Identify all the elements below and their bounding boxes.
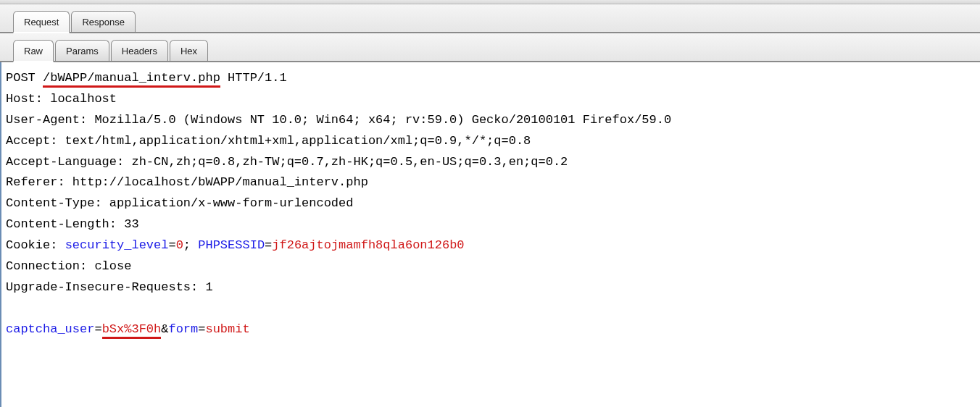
subtab-headers[interactable]: Headers bbox=[111, 40, 168, 61]
request-path: /bWAPP/manual_interv.php bbox=[43, 71, 220, 88]
header-cookie: Cookie: security_level=0; PHPSESSID=jf26… bbox=[6, 235, 976, 256]
body-val-captcha-user: bSx%3F0h bbox=[102, 322, 162, 339]
body-eq: = bbox=[94, 322, 101, 336]
header-user-agent: User-Agent: Mozilla/5.0 (Windows NT 10.0… bbox=[6, 110, 976, 131]
header-accept: Accept: text/html,application/xhtml+xml,… bbox=[6, 131, 976, 152]
sub-tab-bar: Raw Params Headers Hex bbox=[0, 33, 980, 62]
cookie-sep: ; bbox=[183, 238, 198, 252]
tab-request[interactable]: Request bbox=[13, 11, 70, 33]
subtab-hex[interactable]: Hex bbox=[170, 40, 208, 61]
header-upgrade-insecure: Upgrade-Insecure-Requests: 1 bbox=[6, 277, 976, 298]
header-referer: Referer: http://localhost/bWAPP/manual_i… bbox=[6, 172, 976, 193]
cookie-key-phpsessid: PHPSESSID bbox=[198, 238, 265, 252]
cookie-eq: = bbox=[168, 238, 175, 252]
http-version: HTTP/1.1 bbox=[220, 71, 287, 85]
subtab-raw[interactable]: Raw bbox=[13, 40, 54, 62]
header-content-length: Content-Length: 33 bbox=[6, 214, 976, 235]
header-connection: Connection: close bbox=[6, 256, 976, 277]
body-key-form: form bbox=[168, 322, 198, 336]
cookie-label: Cookie: bbox=[6, 238, 65, 252]
http-method: POST bbox=[6, 71, 43, 85]
request-body: captcha_user=bSx%3F0h&form=submit bbox=[6, 319, 976, 340]
tab-response[interactable]: Response bbox=[71, 11, 136, 32]
blank-line bbox=[6, 298, 976, 319]
body-key-captcha-user: captcha_user bbox=[6, 322, 94, 336]
body-amp: & bbox=[161, 322, 168, 336]
cookie-key-security-level: security_level bbox=[65, 238, 169, 252]
main-tab-bar: Request Response bbox=[0, 4, 980, 33]
raw-request-editor[interactable]: POST /bWAPP/manual_interv.php HTTP/1.1Ho… bbox=[0, 62, 980, 407]
header-accept-language: Accept-Language: zh-CN,zh;q=0.8,zh-TW;q=… bbox=[6, 152, 976, 173]
request-line: POST /bWAPP/manual_interv.php HTTP/1.1 bbox=[6, 68, 976, 89]
header-host: Host: localhost bbox=[6, 89, 976, 110]
cookie-val-phpsessid: jf26ajtojmamfh8qla6on126b0 bbox=[272, 238, 464, 252]
cookie-val-security-level: 0 bbox=[176, 238, 183, 252]
body-eq: = bbox=[198, 322, 205, 336]
subtab-params[interactable]: Params bbox=[55, 40, 109, 61]
body-val-form: submit bbox=[205, 322, 249, 336]
http-editor: Request Response Raw Params Headers Hex … bbox=[0, 0, 980, 407]
header-content-type: Content-Type: application/x-www-form-url… bbox=[6, 193, 976, 214]
cookie-eq: = bbox=[265, 238, 272, 252]
